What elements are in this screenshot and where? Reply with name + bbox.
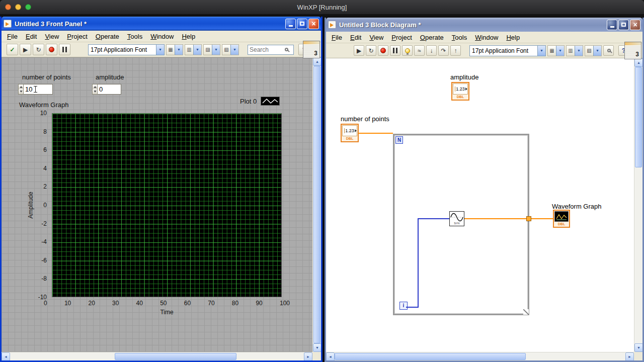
reorder-objects-dropdown[interactable]: ▧ ▼ xyxy=(222,44,239,55)
wire-sine-to-tunnel[interactable] xyxy=(464,218,527,219)
fp-menu-file[interactable]: File xyxy=(3,31,22,42)
loop-resize-handle[interactable] xyxy=(523,309,529,315)
bd-vertical-scrollbar[interactable]: ▲ ▼ xyxy=(634,58,642,352)
scrollbar-thumb[interactable] xyxy=(635,67,642,167)
wire-tunnel-to-graph[interactable] xyxy=(531,218,553,219)
wire-iteration-horizontal[interactable] xyxy=(406,307,418,308)
highlight-execution-button[interactable] xyxy=(402,45,413,56)
step-over-button[interactable]: ↷ xyxy=(438,45,449,56)
amplitude-terminal-label[interactable]: amplitude xyxy=(450,73,478,81)
amplitude-terminal[interactable]: 1.23 DBL xyxy=(451,82,469,101)
close-button[interactable]: × xyxy=(630,20,640,30)
scroll-down-button[interactable]: ▼ xyxy=(313,343,321,352)
scroll-left-button[interactable]: ◄ xyxy=(2,352,10,361)
enter-button[interactable]: ✓ xyxy=(7,44,18,55)
block-diagram-titlebar[interactable]: Untitled 3 Block Diagram * × xyxy=(326,18,642,32)
fp-vertical-scrollbar[interactable]: ▲ ▼ xyxy=(312,57,321,352)
bd-menu-edit[interactable]: Edit xyxy=(346,32,365,43)
vm-zoom-button[interactable] xyxy=(25,4,31,10)
scrollbar-thumb[interactable] xyxy=(115,353,236,360)
scrollbar-thumb[interactable] xyxy=(335,353,526,360)
points-value[interactable]: 10 xyxy=(25,85,32,93)
wire-iteration-vertical[interactable] xyxy=(418,218,419,308)
align-objects-dropdown[interactable]: ▦ ▼ xyxy=(547,45,565,56)
fp-menu-view[interactable]: View xyxy=(41,31,63,42)
run-button[interactable]: ▶ xyxy=(20,44,31,55)
fp-menu-project[interactable]: Project xyxy=(63,31,91,42)
amplitude-field[interactable]: 0 xyxy=(98,84,121,95)
fp-menu-window[interactable]: Window xyxy=(146,31,178,42)
bd-menu-tools[interactable]: Tools xyxy=(448,32,471,43)
pause-button[interactable] xyxy=(59,44,70,55)
scroll-left-button[interactable]: ◄ xyxy=(326,352,335,361)
fp-menu-edit[interactable]: Edit xyxy=(22,31,41,42)
bd-menu-help[interactable]: Help xyxy=(502,32,524,43)
amplitude-control[interactable]: 0 xyxy=(92,84,121,95)
block-diagram-canvas[interactable]: amplitude 1.23 DBL number of points 1.23 xyxy=(326,58,634,352)
waveform-graph-terminal[interactable]: DBL xyxy=(553,210,570,228)
run-button[interactable]: ▶ xyxy=(354,45,364,56)
front-panel-canvas[interactable]: number of points 10 amplitude xyxy=(2,57,312,352)
decrement-icon[interactable] xyxy=(19,89,23,95)
loop-output-tunnel[interactable] xyxy=(526,216,531,221)
minimize-button[interactable] xyxy=(285,19,296,29)
search-box[interactable] xyxy=(248,45,294,55)
distribute-objects-dropdown[interactable]: ▥ ▼ xyxy=(185,44,202,55)
front-panel-titlebar[interactable]: Untitled 3 Front Panel * × xyxy=(2,17,321,31)
points-increment-decrement[interactable] xyxy=(18,84,24,95)
plot-legend[interactable]: Plot 0 xyxy=(240,97,280,106)
minimize-button[interactable] xyxy=(607,20,617,30)
font-selector[interactable]: 17pt Application Font ▼ xyxy=(88,44,165,55)
bd-menu-project[interactable]: Project xyxy=(387,32,416,43)
step-out-button[interactable]: ↑ xyxy=(450,45,461,56)
vi-icon-badge[interactable]: 3 xyxy=(624,42,641,59)
search-button[interactable] xyxy=(603,45,614,56)
vm-close-button[interactable] xyxy=(5,4,11,10)
distribute-objects-dropdown[interactable]: ▥ ▼ xyxy=(566,45,583,56)
resize-objects-dropdown[interactable]: ▨ ▼ xyxy=(203,44,220,55)
wire-to-sine-input[interactable] xyxy=(418,218,449,219)
vm-titlebar[interactable]: WinXP [Running] xyxy=(0,0,644,14)
run-continuous-button[interactable]: ↻ xyxy=(366,45,376,56)
bd-menu-window[interactable]: Window xyxy=(471,32,502,43)
abort-button[interactable] xyxy=(46,44,57,55)
wire-points-to-loop[interactable] xyxy=(359,133,393,134)
close-button[interactable]: × xyxy=(308,19,319,29)
points-control[interactable]: 10 xyxy=(18,84,53,95)
plot-line-sample-icon[interactable] xyxy=(261,97,280,106)
maximize-button[interactable] xyxy=(618,20,629,30)
amplitude-value[interactable]: 0 xyxy=(99,85,103,93)
scroll-up-button[interactable]: ▲ xyxy=(313,57,321,66)
points-terminal[interactable]: 1.23 DBL xyxy=(341,124,359,142)
run-continuous-button[interactable]: ↻ xyxy=(33,44,44,55)
align-objects-dropdown[interactable]: ▦ ▼ xyxy=(166,44,183,55)
step-into-button[interactable]: ↓ xyxy=(426,45,437,56)
fp-menu-operate[interactable]: Operate xyxy=(92,31,123,42)
amplitude-increment-decrement[interactable] xyxy=(92,84,98,95)
scroll-up-button[interactable]: ▲ xyxy=(634,58,643,67)
vm-minimize-button[interactable] xyxy=(15,4,21,10)
decrement-icon[interactable] xyxy=(93,89,97,95)
fp-horizontal-scrollbar[interactable]: ◄ ► xyxy=(2,352,312,360)
fp-menu-tools[interactable]: Tools xyxy=(123,31,146,42)
fp-menu-help[interactable]: Help xyxy=(178,31,199,42)
bd-menu-view[interactable]: View xyxy=(365,32,387,43)
scroll-right-button[interactable]: ► xyxy=(304,352,312,361)
increment-icon[interactable] xyxy=(19,84,23,89)
plot-area[interactable] xyxy=(52,113,282,297)
scrollbar-thumb[interactable] xyxy=(313,66,320,343)
points-terminal-label[interactable]: number of points xyxy=(341,115,389,123)
reorder-objects-dropdown[interactable]: ▧ ▼ xyxy=(585,45,602,56)
font-selector[interactable]: 17pt Application Font ▼ xyxy=(469,45,546,56)
bd-menu-operate[interactable]: Operate xyxy=(416,32,448,43)
loop-iteration-terminal[interactable]: i xyxy=(399,302,408,310)
retain-wire-values-button[interactable]: ≈ xyxy=(414,45,425,56)
scroll-right-button[interactable]: ► xyxy=(625,352,634,361)
loop-count-terminal[interactable]: N xyxy=(395,136,403,144)
sine-function-node[interactable]: SIN xyxy=(449,211,464,226)
bd-horizontal-scrollbar[interactable]: ◄ ► xyxy=(326,352,634,360)
points-field[interactable]: 10 xyxy=(24,84,53,95)
increment-icon[interactable] xyxy=(93,84,97,89)
pause-button[interactable] xyxy=(390,45,400,56)
bd-menu-file[interactable]: File xyxy=(328,32,346,43)
